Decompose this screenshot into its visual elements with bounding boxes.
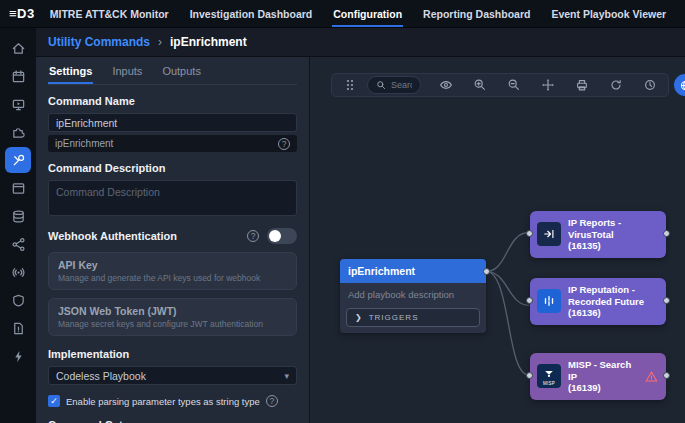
top-navigation: ≡D3 MITRE ATT&CK Monitor Investigation D… <box>0 0 685 28</box>
command-name-display-value: ipEnrichment <box>55 138 113 149</box>
breadcrumb-separator: › <box>158 35 162 49</box>
tab-outputs[interactable]: Outputs <box>161 63 202 84</box>
chevron-down-icon: ▾ <box>284 371 289 381</box>
trigger-node-title: ipEnrichment <box>340 259 486 283</box>
webhook-auth-label: Webhook Authentication <box>48 230 177 242</box>
parsing-option-row: ✓ Enable parsing parameter types as stri… <box>48 395 297 407</box>
playbook-search-input[interactable] <box>391 80 412 90</box>
webhook-help-icon[interactable]: ? <box>247 230 259 242</box>
rail-puzzle-icon[interactable] <box>4 118 32 146</box>
triggers-expander[interactable]: ❯ TRIGGERS <box>346 308 480 327</box>
misp-icon: MISP <box>537 364 561 388</box>
rail-database-icon[interactable] <box>4 202 32 230</box>
drag-handle-icon[interactable] <box>340 78 360 92</box>
task-title: IP Reputation - Recorded Future <box>568 284 659 307</box>
rail-broadcast-icon[interactable] <box>4 258 32 286</box>
task-id: (16135) <box>568 240 659 252</box>
search-icon <box>376 80 386 90</box>
command-name-label: Command Name <box>48 95 297 107</box>
task-node-virustotal[interactable]: IP Reports - VirusTotal (16135) <box>530 211 666 258</box>
trigger-output-port[interactable] <box>483 268 490 275</box>
breadcrumb-current: ipEnrichment <box>170 35 247 49</box>
playbook-canvas[interactable]: ipEnrichment Add playbook description ❯ … <box>310 57 685 423</box>
command-category-label: Command Category <box>48 419 297 423</box>
triggers-label: TRIGGERS <box>369 313 419 322</box>
command-settings-panel: Settings Inputs Outputs Command Name ipE… <box>36 57 310 423</box>
tab-inputs[interactable]: Inputs <box>111 63 143 84</box>
eye-icon[interactable] <box>436 78 456 92</box>
command-description-input[interactable] <box>48 180 297 216</box>
tab-settings[interactable]: Settings <box>48 63 93 84</box>
warning-icon[interactable] <box>645 370 659 383</box>
misp-icon-label: MISP <box>543 382 555 387</box>
rail-calendar-icon[interactable] <box>4 62 32 90</box>
task-id: (16136) <box>568 307 659 319</box>
fit-view-icon[interactable] <box>538 78 558 92</box>
task-title: IP Reports - VirusTotal <box>568 217 659 240</box>
zoom-out-icon[interactable] <box>504 78 524 92</box>
nav-reporting-dashboard[interactable]: Reporting Dashboard <box>422 0 531 27</box>
task-label: IP Reports - VirusTotal (16135) <box>568 217 659 252</box>
d3-soar-app: ≡D3 MITRE ATT&CK Monitor Investigation D… <box>0 0 685 423</box>
history-icon[interactable] <box>640 78 660 92</box>
jwt-title: JSON Web Token (JWT) <box>58 305 287 317</box>
webhook-toggle-knob <box>269 230 281 242</box>
icon-rail <box>0 28 36 423</box>
command-description-label: Command Description <box>48 162 297 174</box>
chevron-right-icon: ❯ <box>355 313 363 322</box>
parsing-help-icon[interactable]: ? <box>266 395 278 407</box>
breadcrumb: Utility Commands › ipEnrichment <box>36 28 685 57</box>
implementation-label: Implementation <box>48 348 297 360</box>
playbook-search <box>367 76 421 94</box>
jwt-card[interactable]: JSON Web Token (JWT) Manage secret keys … <box>48 298 297 336</box>
implementation-value: Codeless Playbook <box>56 370 146 382</box>
command-name-display: ipEnrichment ? <box>48 135 297 152</box>
help-icon[interactable]: ? <box>278 138 290 150</box>
rail-window-icon[interactable] <box>4 174 32 202</box>
task-title: MISP - Search IP <box>568 359 638 382</box>
task-node-misp[interactable]: MISP MISP - Search IP (16139) <box>530 353 666 400</box>
command-name-input[interactable] <box>48 113 297 132</box>
webhook-auth-row: Webhook Authentication ? <box>48 228 297 244</box>
print-icon[interactable] <box>572 78 592 92</box>
api-key-title: API Key <box>58 259 287 271</box>
nav-configuration[interactable]: Configuration <box>332 0 403 27</box>
task-input-port[interactable] <box>526 297 533 304</box>
task-node-recorded-future[interactable]: IP Reputation - Recorded Future (16136) <box>530 278 666 325</box>
task-id: (16139) <box>568 382 638 394</box>
trigger-node-description[interactable]: Add playbook description <box>340 283 486 302</box>
api-key-subtitle: Manage and generate the API keys used fo… <box>58 273 287 283</box>
rail-share-icon[interactable] <box>4 230 32 258</box>
recorded-future-icon <box>537 289 561 313</box>
rail-home-icon[interactable] <box>4 34 32 62</box>
task-label: MISP - Search IP (16139) <box>568 359 638 394</box>
rail-lightning-icon[interactable] <box>4 342 32 370</box>
nav-investigation-dashboard[interactable]: Investigation Dashboard <box>189 0 314 27</box>
rail-monitor-icon[interactable] <box>4 90 32 118</box>
rail-report-icon[interactable] <box>4 314 32 342</box>
virustotal-icon <box>537 222 561 246</box>
implementation-select[interactable]: Codeless Playbook ▾ <box>48 366 297 385</box>
breadcrumb-utility-commands[interactable]: Utility Commands <box>48 35 150 49</box>
zoom-in-icon[interactable] <box>470 78 490 92</box>
nav-event-playbook-viewer[interactable]: Event Playbook Viewer <box>550 0 667 27</box>
webhook-toggle[interactable] <box>267 228 297 244</box>
jwt-subtitle: Manage secret keys and configure JWT aut… <box>58 319 287 329</box>
rail-tools-icon[interactable] <box>5 147 31 173</box>
rail-shield-icon[interactable] <box>4 286 32 314</box>
panel-tabs: Settings Inputs Outputs <box>48 63 297 85</box>
task-input-port[interactable] <box>526 372 533 379</box>
parsing-checkbox-label: Enable parsing parameter types as string… <box>66 396 260 407</box>
globe-icon <box>679 79 685 92</box>
canvas-toolbar <box>331 73 669 97</box>
refresh-icon[interactable] <box>606 78 626 92</box>
nav-mitre-attck-monitor[interactable]: MITRE ATT&CK Monitor <box>49 0 170 27</box>
toolbar-icons <box>436 78 660 92</box>
d3-logo: ≡D3 <box>0 0 49 27</box>
parsing-checkbox[interactable]: ✓ <box>48 395 60 407</box>
api-key-card[interactable]: API Key Manage and generate the API keys… <box>48 252 297 290</box>
task-label: IP Reputation - Recorded Future (16136) <box>568 284 659 319</box>
trigger-node-ipenrichment[interactable]: ipEnrichment Add playbook description ❯ … <box>340 259 486 333</box>
task-input-port[interactable] <box>526 230 533 237</box>
